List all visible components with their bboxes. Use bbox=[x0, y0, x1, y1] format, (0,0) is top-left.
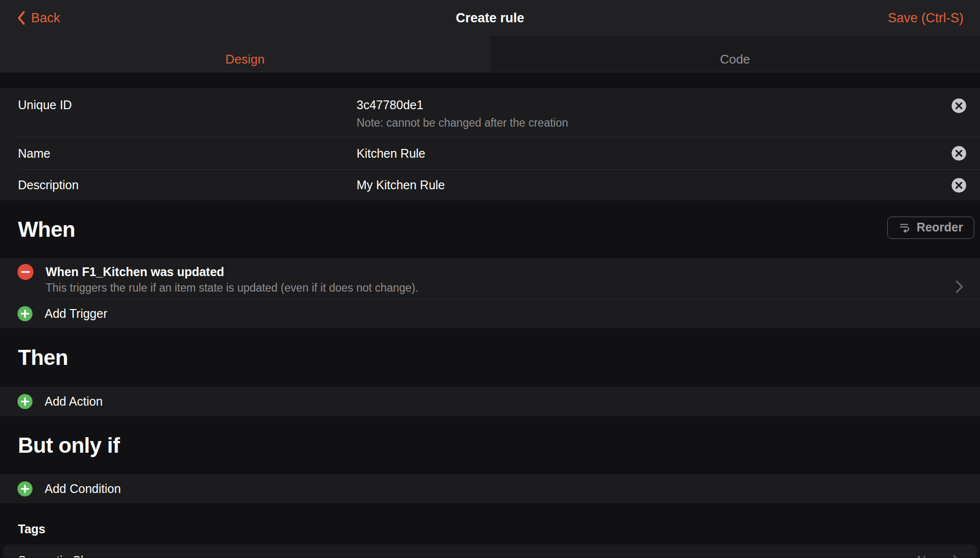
name-row[interactable]: Name Kitchen Rule bbox=[0, 137, 980, 169]
save-button[interactable]: Save (Ctrl-S) bbox=[888, 11, 964, 26]
reorder-button[interactable]: Reorder bbox=[887, 216, 974, 239]
trigger-item-row[interactable]: When F1_Kitchen was updated This trigger… bbox=[0, 258, 980, 299]
back-label: Back bbox=[31, 11, 60, 26]
add-trigger-label: Add Trigger bbox=[45, 307, 107, 321]
plus-circle-icon bbox=[17, 306, 33, 321]
reorder-label: Reorder bbox=[916, 220, 963, 234]
tags-section-header: Tags bbox=[0, 503, 980, 544]
unique-id-row[interactable]: Unique ID 3c47780de1 Note: cannot be cha… bbox=[0, 88, 980, 137]
name-label: Name bbox=[18, 147, 357, 161]
semantic-class-value: None bbox=[917, 554, 946, 558]
semantic-class-label: Semantic Class bbox=[18, 554, 102, 558]
navbar: Back Create rule Save (Ctrl-S) bbox=[0, 0, 980, 36]
but-only-if-title: But only if bbox=[18, 433, 120, 458]
clear-description-button[interactable] bbox=[951, 178, 966, 193]
plus-circle-icon bbox=[17, 394, 33, 409]
unique-id-input[interactable]: 3c47780de1 bbox=[357, 98, 568, 112]
tab-design[interactable]: Design bbox=[0, 36, 490, 72]
description-label: Description bbox=[18, 178, 357, 192]
then-title: Then bbox=[18, 345, 68, 370]
chevron-right-icon bbox=[955, 279, 964, 294]
trigger-subtitle: This triggers the rule if an item state … bbox=[46, 280, 418, 296]
x-circle-icon bbox=[951, 98, 966, 114]
description-input[interactable]: My Kitchen Rule bbox=[357, 178, 445, 192]
triggers-list: When F1_Kitchen was updated This trigger… bbox=[0, 258, 980, 328]
add-trigger-row[interactable]: Add Trigger bbox=[0, 299, 980, 328]
conditions-section-header: But only if bbox=[0, 416, 980, 474]
clear-name-button[interactable] bbox=[951, 146, 966, 161]
spacer bbox=[0, 72, 980, 88]
back-button[interactable]: Back bbox=[16, 10, 60, 26]
add-condition-label: Add Condition bbox=[45, 482, 121, 496]
actions-list: Add Action bbox=[0, 387, 980, 416]
unique-id-label: Unique ID bbox=[18, 98, 357, 112]
semantic-class-row[interactable]: Semantic Class None bbox=[3, 544, 977, 558]
tags-title: Tags bbox=[18, 522, 46, 536]
rule-meta-list: Unique ID 3c47780de1 Note: cannot be cha… bbox=[0, 88, 980, 200]
x-circle-icon bbox=[951, 146, 966, 161]
then-section-header: Then bbox=[0, 328, 980, 387]
tab-code[interactable]: Code bbox=[490, 36, 980, 72]
chevron-right-icon bbox=[953, 554, 961, 558]
reorder-icon bbox=[898, 221, 911, 233]
add-condition-row[interactable]: Add Condition bbox=[0, 474, 980, 503]
x-circle-icon bbox=[951, 178, 966, 193]
add-action-row[interactable]: Add Action bbox=[0, 387, 980, 416]
clear-unique-id-button[interactable] bbox=[951, 98, 966, 114]
description-row[interactable]: Description My Kitchen Rule bbox=[0, 170, 980, 200]
name-input[interactable]: Kitchen Rule bbox=[357, 147, 425, 161]
tags-card: Semantic Class None bbox=[3, 544, 977, 558]
plus-circle-icon bbox=[17, 481, 33, 496]
when-section-header: When Reorder bbox=[0, 200, 980, 258]
chevron-left-icon bbox=[16, 10, 26, 26]
add-action-label: Add Action bbox=[45, 394, 103, 409]
minus-circle-icon[interactable] bbox=[17, 264, 33, 280]
tabbar: Design Code bbox=[0, 36, 980, 72]
trigger-title: When F1_Kitchen was updated bbox=[46, 264, 418, 280]
when-title: When bbox=[18, 217, 75, 242]
conditions-list: Add Condition bbox=[0, 474, 980, 503]
page-title: Create rule bbox=[456, 11, 524, 26]
unique-id-note: Note: cannot be changed after the creati… bbox=[357, 116, 568, 130]
